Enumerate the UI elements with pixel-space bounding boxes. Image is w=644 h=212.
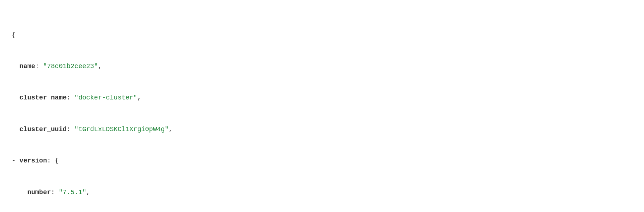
key-cluster-name: cluster_name xyxy=(20,94,67,101)
line-name: name: "78c01b2cee23", xyxy=(12,61,632,72)
val-name: "78c01b2cee23" xyxy=(43,63,98,70)
line-number: number: "7.5.1", xyxy=(12,187,632,198)
key-number: number xyxy=(27,189,51,196)
line-cluster-uuid: cluster_uuid: "tGrdLxLDSKCl1Xrgi0pW4g", xyxy=(12,124,632,135)
open-brace: { xyxy=(12,31,16,39)
key-version: version xyxy=(20,157,47,164)
line-cluster-name: cluster_name: "docker-cluster", xyxy=(12,93,632,103)
key-name: name xyxy=(20,63,35,70)
line-version-open: - version: { xyxy=(12,156,632,166)
val-cluster-uuid: "tGrdLxLDSKCl1Xrgi0pW4g" xyxy=(75,126,169,133)
key-cluster-uuid: cluster_uuid xyxy=(20,126,67,133)
json-output: { name: "78c01b2cee23", cluster_name: "d… xyxy=(12,9,632,212)
line-open-brace: { xyxy=(12,30,632,40)
val-cluster-name: "docker-cluster" xyxy=(75,94,137,101)
val-number: "7.5.1" xyxy=(59,189,86,196)
